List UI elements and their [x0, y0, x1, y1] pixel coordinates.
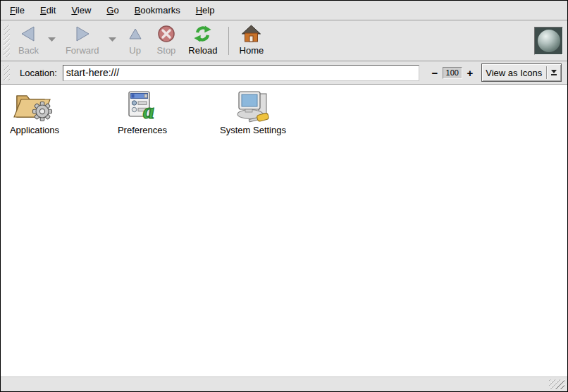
preferences-label: Preferences [113, 125, 172, 135]
menu-go[interactable]: Go [99, 2, 126, 19]
zoom-level-indicator[interactable]: 100 [443, 67, 462, 79]
menu-view[interactable]: View [63, 2, 99, 19]
chevron-down-icon [108, 37, 117, 42]
location-bar: Location: − 100 + View as Icons [1, 61, 567, 85]
forward-icon [74, 23, 91, 44]
toolbar: Back Forward Up [1, 20, 567, 61]
back-button[interactable]: Back [12, 23, 45, 59]
icon-view[interactable]: Applications a Preferences [1, 85, 567, 376]
up-icon [128, 23, 142, 44]
location-input[interactable] [63, 65, 419, 81]
stop-label: Stop [157, 45, 176, 56]
throbber [534, 27, 563, 55]
file-manager-window: File Edit View Go Bookmarks Help Back Fo… [0, 0, 568, 392]
up-label: Up [129, 45, 141, 56]
applications-folder-icon [5, 90, 64, 123]
back-icon [20, 23, 37, 44]
location-label: Location: [20, 68, 57, 78]
back-history-dropdown[interactable] [45, 23, 59, 59]
location-bar-drag-handle[interactable] [4, 65, 10, 80]
svg-text:a: a [143, 98, 154, 123]
toolbar-drag-handle[interactable] [4, 25, 10, 57]
menu-bookmarks[interactable]: Bookmarks [127, 2, 188, 19]
forward-label: Forward [66, 45, 99, 56]
applications-label: Applications [5, 125, 64, 135]
menu-file[interactable]: File [2, 2, 32, 19]
dropdown-arrow-icon [547, 70, 561, 75]
throbber-sphere-icon [538, 30, 560, 52]
forward-button[interactable]: Forward [59, 23, 106, 59]
toolbar-separator [228, 27, 229, 55]
zoom-in-button[interactable]: + [466, 67, 474, 79]
menu-bar: File Edit View Go Bookmarks Help [1, 1, 567, 20]
preferences-icon: a [113, 90, 172, 123]
toolbar-spacer [270, 23, 534, 59]
menu-help[interactable]: Help [188, 2, 223, 19]
stop-icon [157, 23, 175, 44]
applications-item[interactable]: Applications [5, 90, 64, 135]
reload-icon [193, 23, 212, 44]
home-icon [242, 23, 261, 44]
home-label: Home [240, 45, 264, 56]
reload-button[interactable]: Reload [182, 23, 223, 59]
back-label: Back [18, 45, 39, 56]
resize-grip[interactable] [549, 379, 564, 389]
zoom-out-button[interactable]: − [431, 67, 439, 79]
reload-label: Reload [188, 45, 217, 56]
system-settings-label: System Settings [214, 125, 292, 135]
status-bar [1, 376, 567, 391]
stop-button[interactable]: Stop [151, 23, 183, 59]
view-mode-label: View as Icons [482, 68, 546, 78]
chevron-down-icon [47, 37, 56, 42]
preferences-item[interactable]: a Preferences [113, 90, 172, 135]
menu-edit[interactable]: Edit [32, 2, 63, 19]
view-mode-dropdown[interactable]: View as Icons [481, 63, 562, 82]
forward-history-dropdown[interactable] [106, 23, 120, 59]
home-button[interactable]: Home [233, 23, 271, 59]
system-settings-icon [214, 90, 292, 123]
up-button[interactable]: Up [120, 23, 151, 59]
system-settings-item[interactable]: System Settings [214, 90, 292, 135]
